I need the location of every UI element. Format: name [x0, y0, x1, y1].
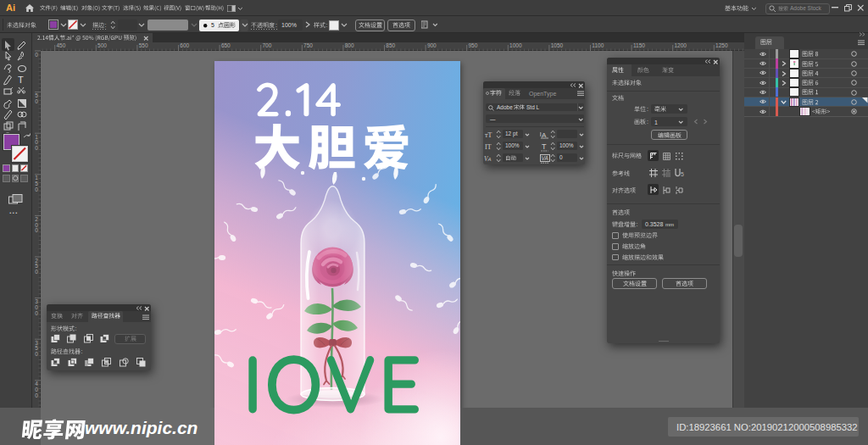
svg-text:T: T [542, 142, 547, 151]
svg-text:T: T [18, 75, 24, 85]
svg-text:5: 5 [681, 171, 684, 177]
svg-text:VA: VA [542, 155, 548, 161]
